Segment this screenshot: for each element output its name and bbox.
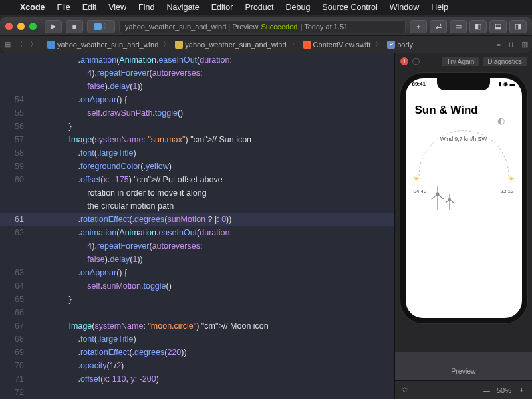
stop-button[interactable]: ■ [66, 20, 83, 33]
activity-status[interactable]: yahoo_weather_sun_and_wind | Preview Suc… [119, 20, 406, 33]
preview-canvas-pane: ! ⓘ Try Again Diagnostics 09:41 ▮ ◉ ▬ Su… [394, 53, 532, 399]
menu-product[interactable]: Product [245, 3, 273, 12]
code-line[interactable]: 69 .rotationEffect(.degrees(220)) [0, 346, 394, 359]
line-number [0, 186, 32, 200]
sunrise-time: 04:40 [414, 188, 427, 194]
preview-label: Preview [395, 352, 532, 380]
menu-navigate[interactable]: Navigate [166, 3, 199, 12]
wind-label: Wind 9,7 km/h SW [415, 136, 513, 142]
crumb-file[interactable]: ContentView.swift [301, 41, 373, 49]
error-badge-icon[interactable]: ! [400, 57, 408, 65]
code-line[interactable]: 71 .offset(x: 110, y: -200) [0, 372, 394, 386]
code-line[interactable]: 60 .offset(x: -175) "cm">// Put offset a… [0, 173, 394, 186]
plus-button[interactable]: ＋ [410, 20, 427, 33]
code-line[interactable]: rotation in order to move it along [0, 186, 394, 200]
menu-source-control[interactable]: Source Control [322, 3, 377, 12]
code-line[interactable]: false).delay(1)) [0, 253, 394, 266]
nav-back-button[interactable]: 〈 [13, 39, 26, 49]
code-line[interactable]: .animation(Animation.easeInOut(duration: [0, 53, 394, 66]
menu-find[interactable]: Find [138, 3, 154, 12]
add-editor-icon[interactable]: ▥ [521, 40, 528, 49]
code-line[interactable]: 56 } [0, 120, 394, 133]
sunset-time: 22:12 [500, 188, 513, 194]
toggle-left-panel-button[interactable]: ◧ [469, 20, 487, 33]
window-zoom-button[interactable] [29, 23, 37, 30]
library-button[interactable]: ⇄ [430, 20, 447, 33]
line-number [0, 200, 32, 213]
code-line[interactable]: 72 [0, 386, 394, 399]
zoom-out-button[interactable]: — [483, 386, 490, 394]
crumb-project[interactable]: yahoo_weather_sun_and_wind [45, 41, 160, 49]
menu-help[interactable]: Help [431, 3, 448, 12]
code-line[interactable]: 68 .font(.largeTitle) [0, 332, 394, 346]
svg-line-10 [450, 200, 454, 203]
wifi-icon: ◉ [503, 81, 508, 87]
battery-icon: ▬ [510, 81, 515, 87]
adjust-editor-icon[interactable]: ⫼ [507, 40, 515, 49]
zoom-level[interactable]: 50% [497, 386, 511, 394]
toggle-bottom-panel-button[interactable]: ⬓ [489, 20, 507, 33]
line-number: 69 [0, 346, 32, 359]
info-icon[interactable]: ⓘ [412, 57, 420, 66]
editor-options-icon[interactable]: ≡ [497, 40, 501, 49]
line-number: 66 [0, 306, 32, 319]
window-close-button[interactable] [5, 23, 13, 30]
code-line[interactable]: 58 .font(.largeTitle) [0, 146, 394, 160]
sun-right-icon: ☀ [507, 174, 515, 184]
code-line[interactable]: 59 .foregroundColor(.yellow) [0, 160, 394, 173]
code-line[interactable]: 57 Image(systemName: "sun.max") "cm">// … [0, 133, 394, 146]
sun-left-icon: ☀ [412, 174, 420, 184]
code-line[interactable]: false).delay(1)) [0, 80, 394, 93]
menu-file[interactable]: File [57, 3, 70, 12]
code-line[interactable]: 66 [0, 306, 394, 319]
code-line[interactable]: the circular motion path [0, 200, 394, 213]
code-line[interactable]: 54 .onAppear() { [0, 93, 394, 106]
status-text-left: yahoo_weather_sun_and_wind | Preview [125, 23, 258, 31]
code-line[interactable]: 63 .onAppear() { [0, 266, 394, 279]
line-number: 55 [0, 106, 32, 120]
line-number: 70 [0, 359, 32, 372]
line-number [0, 80, 32, 93]
canvas-body[interactable]: 09:41 ▮ ◉ ▬ Sun & Wind ◐ ☀ [395, 69, 532, 352]
line-number [0, 66, 32, 80]
code-line[interactable]: 65 } [0, 293, 394, 306]
code-line[interactable]: 4).repeatForever(autoreverses: [0, 66, 394, 80]
line-number: 72 [0, 386, 32, 399]
code-line[interactable]: 55 self.drawSunPath.toggle() [0, 106, 394, 120]
code-line[interactable]: 61 .rotationEffect(.degrees(sunMotion ? … [0, 213, 394, 226]
code-line[interactable]: 62 .animation(Animation.easeInOut(durati… [0, 226, 394, 239]
menu-window[interactable]: Window [390, 3, 419, 12]
code-line[interactable]: 70 .opacity(1/2) [0, 359, 394, 372]
run-button[interactable]: ▶ [45, 20, 62, 33]
line-number: 65 [0, 293, 32, 306]
code-review-button[interactable]: ▭ [450, 20, 467, 33]
try-again-button[interactable]: Try Again [442, 57, 479, 66]
window-minimize-button[interactable] [17, 23, 25, 30]
code-line[interactable]: 64 self.sunMotion.toggle() [0, 279, 394, 293]
toggle-right-panel-button[interactable]: ◨ [509, 20, 527, 33]
line-number: 56 [0, 120, 32, 133]
menu-edit[interactable]: Edit [82, 3, 97, 12]
signal-icon: ▮ [499, 81, 501, 87]
sun-path-graphic: ◐ ☀ ☀ Wind 9,7 km/h SW [415, 122, 513, 189]
diagnostics-button[interactable]: Diagnostics [483, 57, 527, 66]
crumb-symbol[interactable]: Pbody [385, 41, 415, 49]
line-number: 59 [0, 160, 32, 173]
zoom-in-button[interactable]: ＋ [518, 385, 525, 395]
nav-forward-button[interactable]: 〉 [27, 39, 40, 49]
code-line[interactable]: 67 Image(systemName: "moon.circle") "cm"… [0, 319, 394, 332]
menu-view[interactable]: View [108, 3, 126, 12]
code-line[interactable]: 4).repeatForever(autoreverses: [0, 239, 394, 253]
scheme-selector[interactable]: 〉 [87, 20, 115, 33]
app-menu[interactable]: Xcode [20, 3, 45, 12]
macos-menubar: Xcode File Edit View Find Navigate Edito… [0, 0, 532, 15]
crumb-folder[interactable]: yahoo_weather_sun_and_wind [173, 41, 288, 49]
menu-debug[interactable]: Debug [286, 3, 311, 12]
source-editor[interactable]: .animation(Animation.easeInOut(duration:… [0, 53, 394, 399]
menu-editor[interactable]: Editor [211, 3, 233, 12]
line-number [0, 53, 32, 66]
svg-line-4 [431, 194, 438, 200]
pin-preview-icon[interactable]: ✩ [402, 386, 408, 394]
related-items-icon[interactable]: ▦ [4, 40, 11, 49]
line-number: 61 [0, 213, 32, 226]
